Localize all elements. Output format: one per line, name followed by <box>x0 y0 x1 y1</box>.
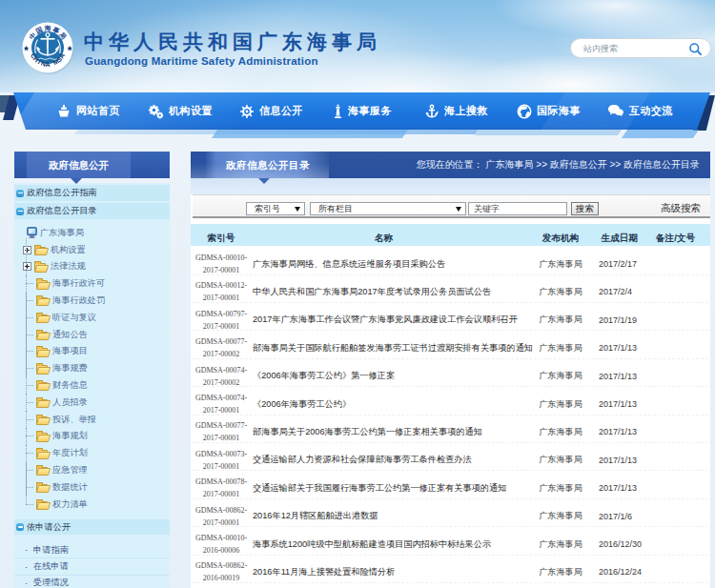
svg-text:A: A <box>45 61 50 68</box>
svg-text:海: 海 <box>44 25 51 32</box>
